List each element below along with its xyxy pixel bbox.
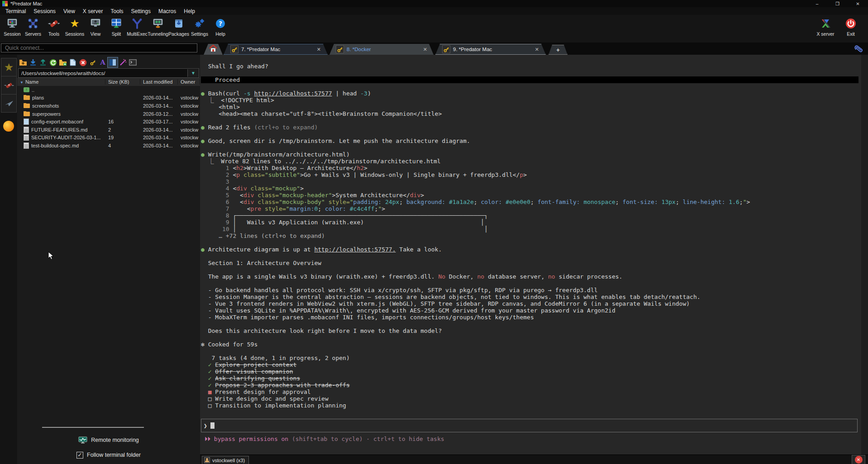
file-owner: vstockw [178,119,200,124]
file-name: SECURITY-AUDIT-2026-03-1... [31,135,101,140]
side-strip: ★ [0,55,17,464]
column-owner[interactable]: Owner [178,79,200,85]
toolbar-session-button[interactable]: Session [2,15,23,43]
remote-monitoring-button[interactable]: Remote monitoring [17,435,200,445]
quick-connect-input[interactable] [1,43,197,52]
key-icon[interactable] [88,57,98,67]
terminal-line [201,239,858,246]
path-bar[interactable]: /Users/vstockwell/repos/wraith/docs/ ▼ [18,68,199,78]
session-tab-label: vstockwell (x3) [212,458,245,463]
tab-close-icon[interactable]: ✕ [423,47,427,52]
menu-macros[interactable]: Macros [158,8,176,14]
file-row-test-buildout-spec-md[interactable]: test-buildout-spec.md42026-03-14...vstoc… [17,142,200,150]
terminal-scrollbar[interactable] [861,55,868,455]
close-terminal-icon[interactable]: ✕ [855,456,863,464]
tools-icon [48,17,60,30]
file-row-superpowers[interactable]: superpowers2026-03-12...vstockw [17,110,200,118]
column-modified[interactable]: Last modified [140,79,178,85]
prompt-input-box[interactable]: ❯ [201,419,858,432]
terminal-line: - Vault uses SQLite in %APPDATA%\Wraith\… [201,307,858,314]
toolbar-packages-button[interactable]: Packages [168,15,189,43]
toolbar-tools-button[interactable]: Tools [43,15,64,43]
menu-help[interactable]: Help [184,8,195,14]
file-modified: 2026-03-14... [140,103,178,109]
menu-sessions[interactable]: Sessions [33,8,56,14]
wand-icon[interactable] [118,57,128,67]
menu-tools[interactable]: Tools [111,8,124,14]
new-folder-icon[interactable] [58,57,68,67]
toolbar-view-button[interactable]: View [85,15,106,43]
file-row-screenshots[interactable]: screenshots2026-03-14...vstockw [17,102,200,110]
packages-icon [173,17,185,30]
toolbar-sessions-button[interactable]: ★Sessions [64,15,85,43]
checkbox-checked-icon[interactable]: ✓ [76,452,83,459]
terminal-line: - MobaXTerm importer parses .mobaconf IN… [201,314,858,321]
file-browser-panel: A /Users/vstockwell/repos/wraith/docs/ ▼… [17,55,200,464]
config-file-icon [24,118,29,125]
attach-icon[interactable] [854,44,864,55]
file-table-header[interactable]: ▼Name Size (KB) Last modified Owner [17,78,200,86]
tab-session-9[interactable]: 9. *Predator Mac ✕ [435,44,546,55]
favorites-star-icon[interactable]: ★ [1,58,17,76]
column-name[interactable]: ▼Name [17,79,105,85]
column-size[interactable]: Size (KB) [105,79,140,85]
toolbar-servers-button[interactable]: Servers [23,15,43,43]
follow-terminal-folder-toggle[interactable]: ✓ Follow terminal folder [17,450,200,460]
session-tab-vstockwell[interactable]: vstockwell (x3) [202,456,249,464]
toolbar-x-server-button[interactable]: X server [813,15,838,43]
toolbar-label: Help [215,31,225,37]
app-icon [2,1,8,6]
toolbar-tunneling-button[interactable]: Tunneling [148,15,168,43]
toolbar-label: X server [816,31,834,37]
prompt-symbol: ❯ [201,422,207,429]
toolbar-label: Tunneling [148,31,168,37]
menu-view[interactable]: View [63,8,75,14]
menu-terminal[interactable]: Terminal [5,8,26,14]
menu-settings[interactable]: Settings [131,8,151,14]
close-terminal-box[interactable]: ✕ [852,455,865,464]
refresh-icon[interactable] [48,57,58,67]
file-row-security-audit-2026-03-1-[interactable]: SECURITY-AUDIT-2026-03-1...192026-03-14.… [17,134,200,142]
terminal-line: Section 1: Architecture Overview [201,260,858,266]
toolbar-exit-button[interactable]: Exit [838,15,863,43]
close-button[interactable]: ✕ [848,0,868,7]
file-owner: vstockw [178,143,200,148]
file-row-plans[interactable]: plans2026-03-14...vstockw [17,94,200,102]
anonymous-icon[interactable]: A [98,57,108,67]
markdown-file-icon [24,134,29,141]
new-file-icon[interactable] [68,57,78,67]
follow-terminal-label: Follow terminal folder [87,452,141,458]
delete-icon[interactable] [78,57,88,67]
toolbar-multiexec-button[interactable]: MultiExec [127,15,148,43]
terminal-line [201,117,858,124]
toolbar-help-button[interactable]: ?Help [210,15,231,43]
user-icon [204,457,210,463]
maximize-button[interactable]: ❐ [827,0,848,7]
chevron-down-icon[interactable]: ▼ [187,69,199,77]
toolbar-settings-button[interactable]: Settings [189,15,210,43]
folder-icon [24,104,30,108]
macros-plane-icon[interactable] [1,94,17,113]
minimize-button[interactable]: – [807,0,827,7]
file-row-future-features-md[interactable]: FUTURE-FEATURES.md22026-03-14...vstockw [17,126,200,134]
file-row--[interactable]: ↑.. [17,86,200,94]
folder-up-icon[interactable] [18,57,28,67]
swiss-knife-icon[interactable] [1,76,17,95]
tab-session-7[interactable]: 7. *Predator Mac ✕ [224,44,328,55]
tab-close-icon[interactable]: ✕ [317,47,321,52]
terminal-line: - Go backend handles all protocol work: … [201,287,858,294]
toolbar-label: MultiExec [127,31,148,37]
dual-pane-icon[interactable] [108,57,118,67]
globe-icon[interactable] [3,121,14,132]
toolbar-label: Sessions [65,31,85,37]
tab-close-icon[interactable]: ✕ [535,47,539,52]
tab-label: 9. *Predator Mac [453,47,492,52]
file-row-config-export-mobaconf[interactable]: config-export.mobaconf162026-03-17...vst… [17,118,200,126]
toolbar-split-button[interactable]: Split [106,15,127,43]
download-icon[interactable] [28,57,38,67]
tab-session-8[interactable]: 8. *Docker ✕ [329,44,434,55]
toolbar-label: Packages [168,31,189,37]
upload-icon[interactable] [38,57,48,67]
menu-x-server[interactable]: X server [83,8,103,14]
terminal-icon[interactable] [128,57,138,67]
